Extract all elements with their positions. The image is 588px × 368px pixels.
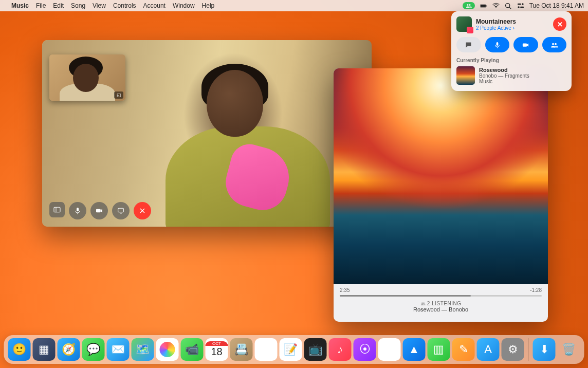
dock: 🙂 ▦ 🧭 💬 ✉️ 🗺️ 📹 OCT18 📇 ☰ 📝 📺 ♪ ⦿ N ▲ ▥ …: [4, 335, 584, 364]
mute-button[interactable]: [69, 202, 86, 219]
svg-rect-18: [120, 213, 122, 213]
svg-point-9: [522, 3, 524, 5]
svg-point-22: [423, 303, 425, 304]
menu-help[interactable]: Help: [202, 2, 215, 9]
battery-icon[interactable]: [480, 2, 487, 9]
svg-line-7: [509, 7, 511, 8]
menu-controls[interactable]: Controls: [113, 2, 136, 9]
svg-point-5: [495, 7, 496, 8]
dock-music[interactable]: ♪: [329, 338, 352, 361]
now-playing-art: [456, 66, 475, 85]
svg-rect-8: [518, 4, 521, 5]
svg-rect-17: [118, 208, 124, 212]
menu-account[interactable]: Account: [143, 2, 166, 9]
app-menu[interactable]: Music: [11, 2, 29, 9]
dock-tv[interactable]: 📺: [304, 338, 327, 361]
dock-photos[interactable]: [156, 338, 179, 361]
camera-button[interactable]: [90, 202, 108, 219]
end-call-button[interactable]: [134, 202, 151, 219]
pip-expand-icon[interactable]: ◱: [114, 91, 123, 99]
dock-keynote[interactable]: ▲: [403, 338, 426, 361]
svg-point-6: [506, 3, 510, 7]
leave-shareplay-button[interactable]: ✕: [553, 17, 566, 31]
messages-button[interactable]: [456, 37, 481, 52]
svg-rect-12: [54, 207, 60, 212]
svg-point-1: [469, 4, 470, 6]
dock-contacts[interactable]: 📇: [230, 338, 253, 361]
dock-notes[interactable]: 📝: [280, 338, 302, 361]
svg-rect-16: [96, 209, 101, 213]
menu-file[interactable]: File: [36, 2, 46, 9]
time-elapsed: 2:35: [340, 287, 350, 293]
track-label: Rosewood — Bonobo: [340, 306, 542, 312]
dock-facetime[interactable]: 📹: [181, 338, 204, 361]
now-playing-artist-album: Bonobo — Fragments: [479, 73, 529, 79]
shareplay-status-icon[interactable]: [463, 2, 475, 9]
dock-reminders[interactable]: ☰: [255, 338, 278, 361]
music-miniplayer: 2:35 -1:28 2 LISTENING Rosewood — Bonobo: [334, 68, 548, 322]
svg-point-0: [467, 4, 468, 6]
album-art[interactable]: [334, 68, 548, 284]
svg-point-27: [555, 43, 557, 45]
dock-downloads[interactable]: ⬇: [533, 338, 556, 361]
dock-appstore[interactable]: A: [477, 338, 500, 361]
svg-rect-23: [496, 42, 498, 45]
listening-count: 2 LISTENING: [340, 301, 542, 306]
menu-view[interactable]: View: [93, 2, 106, 9]
facetime-window: ◱: [42, 40, 372, 227]
svg-rect-10: [520, 7, 524, 8]
menubar: Music File Edit Song View Controls Accou…: [0, 0, 588, 11]
dock-settings[interactable]: ⚙: [502, 338, 524, 361]
remote-participant: [166, 70, 309, 224]
menu-window[interactable]: Window: [173, 2, 195, 9]
time-remaining: -1:28: [530, 287, 542, 293]
now-playing-row[interactable]: Rosewood Bonobo — Fragments Music: [456, 66, 566, 85]
mic-button[interactable]: [485, 37, 510, 52]
menu-edit[interactable]: Edit: [53, 2, 64, 9]
dock-news[interactable]: N: [378, 338, 401, 361]
dock-numbers[interactable]: ▥: [428, 338, 450, 361]
control-center-icon[interactable]: [517, 2, 524, 9]
dock-messages[interactable]: 💬: [82, 338, 105, 361]
svg-rect-25: [523, 43, 527, 46]
svg-rect-3: [481, 5, 486, 7]
dock-launchpad[interactable]: ▦: [33, 338, 56, 361]
dock-calendar[interactable]: OCT18: [206, 338, 228, 361]
group-thumbnail: [456, 16, 472, 32]
now-playing-title: Rosewood: [479, 67, 529, 73]
svg-rect-4: [486, 5, 487, 6]
now-playing-section-label: Currently Playing: [456, 58, 566, 63]
dock-finder[interactable]: 🙂: [8, 338, 31, 361]
wifi-icon[interactable]: [492, 2, 500, 9]
facetime-controls: [49, 202, 151, 219]
shareplay-panel: Mountaineers 2 People Active › ✕ Current…: [451, 11, 572, 91]
share-screen-button[interactable]: [112, 202, 130, 219]
dock-trash[interactable]: 🗑️: [558, 338, 580, 361]
svg-point-21: [421, 303, 423, 304]
now-playing-app: Music: [479, 79, 529, 84]
shareplay-button[interactable]: [542, 37, 567, 52]
dock-safari[interactable]: 🧭: [58, 338, 80, 361]
svg-rect-14: [77, 208, 79, 211]
dock-mail[interactable]: ✉️: [107, 338, 130, 361]
sidebar-button[interactable]: [49, 202, 65, 217]
video-button[interactable]: [513, 37, 538, 52]
group-active-link[interactable]: 2 People Active ›: [476, 25, 549, 31]
menubar-clock[interactable]: Tue Oct 18 9:41 AM: [529, 2, 584, 9]
svg-point-26: [552, 43, 554, 45]
dock-podcasts[interactable]: ⦿: [354, 338, 376, 361]
spotlight-icon[interactable]: [505, 2, 512, 9]
dock-maps[interactable]: 🗺️: [132, 338, 154, 361]
svg-point-11: [518, 6, 520, 8]
menu-song[interactable]: Song: [71, 2, 85, 9]
playback-scrubber[interactable]: [340, 295, 542, 297]
dock-pages[interactable]: ✎: [452, 338, 475, 361]
group-name: Mountaineers: [476, 18, 549, 25]
facetime-self-view[interactable]: ◱: [49, 54, 125, 101]
